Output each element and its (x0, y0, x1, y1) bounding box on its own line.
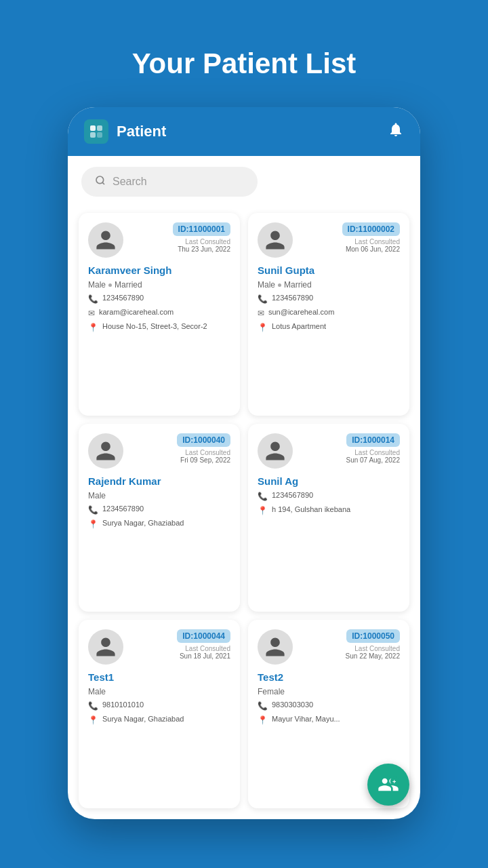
last-consulted-label-4: Last Consulted (354, 449, 400, 456)
email-row-1: ✉ karam@icareheal.com (88, 308, 230, 318)
patient-card-5[interactable]: ID:1000044 Last Consulted Sun 18 Jul, 20… (79, 620, 240, 808)
last-consulted-label-6: Last Consulted (354, 645, 400, 652)
consult-date-3: Fri 09 Sep, 2022 (180, 456, 230, 464)
person-icon-4 (264, 439, 287, 462)
location-icon-6: 📍 (258, 715, 268, 725)
consult-date-5: Sun 18 Jul, 2021 (180, 652, 230, 660)
header-title: Patient (117, 123, 166, 140)
location-icon-2: 📍 (258, 323, 268, 332)
avatar-4 (258, 433, 293, 469)
consult-date-1: Thu 23 Jun, 2022 (178, 245, 230, 253)
patient-meta-1: Male Married (88, 280, 230, 290)
address-row-6: 📍 Mayur Vihar, Mayu... (258, 715, 400, 725)
person-icon-6 (264, 635, 287, 658)
patient-name-3: Rajendr Kumar (88, 475, 230, 487)
phone-icon-5: 📞 (88, 701, 98, 711)
patient-id-badge-3: ID:1000040 (177, 433, 230, 447)
avatar-2 (258, 222, 293, 258)
avatar-1 (88, 222, 123, 258)
location-icon-3: 📍 (88, 519, 98, 529)
patients-grid: ID:11000001 Last Consulted Thu 23 Jun, 2… (68, 208, 420, 819)
notification-icon[interactable] (388, 121, 404, 142)
svg-rect-2 (90, 132, 96, 138)
patient-name-6: Test2 (258, 671, 400, 683)
patient-card-2[interactable]: ID:11000002 Last Consulted Mon 06 Jun, 2… (248, 213, 409, 416)
location-icon-1: 📍 (88, 323, 98, 332)
svg-rect-3 (97, 132, 102, 138)
patient-id-badge-1: ID:11000001 (173, 222, 230, 236)
location-icon-4: 📍 (258, 506, 268, 515)
address-row-1: 📍 House No-15, Street-3, Secor-2 (88, 322, 230, 332)
last-consulted-label-5: Last Consulted (185, 645, 230, 652)
search-box[interactable]: Search (81, 167, 258, 197)
phone-row-6: 📞 9830303030 (258, 701, 400, 711)
avatar-3 (88, 433, 123, 469)
patient-id-badge-6: ID:1000050 (346, 629, 400, 643)
email-row-2: ✉ sun@icareheal.com (258, 308, 400, 318)
phone-icon-2: 📞 (258, 294, 268, 304)
patient-card-1[interactable]: ID:11000001 Last Consulted Thu 23 Jun, 2… (79, 213, 240, 416)
last-consulted-label-3: Last Consulted (185, 449, 230, 456)
avatar-6 (258, 629, 293, 665)
last-consulted-label-2: Last Consulted (354, 238, 400, 245)
patient-meta-5: Male (88, 687, 230, 696)
svg-point-4 (96, 176, 104, 184)
search-container: Search (68, 156, 420, 208)
address-row-5: 📍 Surya Nagar, Ghaziabad (88, 715, 230, 725)
app-header: Patient (68, 107, 420, 156)
phone-icon-4: 📞 (258, 492, 268, 501)
phone-row-2: 📞 1234567890 (258, 294, 400, 304)
phone-row-5: 📞 9810101010 (88, 701, 230, 711)
patient-name-5: Test1 (88, 671, 230, 683)
person-icon-2 (264, 229, 287, 252)
address-row-2: 📍 Lotus Apartment (258, 322, 400, 332)
phone-row-3: 📞 1234567890 (88, 505, 230, 515)
email-icon-1: ✉ (88, 309, 95, 318)
patient-name-4: Sunil Ag (258, 475, 400, 487)
patient-card-3[interactable]: ID:1000040 Last Consulted Fri 09 Sep, 20… (79, 424, 240, 612)
consult-date-4: Sun 07 Aug, 2022 (346, 456, 400, 464)
patient-card-4[interactable]: ID:1000014 Last Consulted Sun 07 Aug, 20… (248, 424, 409, 612)
patient-id-badge-5: ID:1000044 (177, 629, 230, 643)
patient-name-2: Sunil Gupta (258, 264, 400, 276)
svg-rect-0 (90, 125, 96, 131)
person-icon-1 (94, 229, 117, 252)
phone-row-4: 📞 1234567890 (258, 491, 400, 501)
page-title: Your Patient List (132, 47, 357, 80)
phone-icon-3: 📞 (88, 505, 98, 515)
patient-name-1: Karamveer Singh (88, 264, 230, 276)
person-icon-5 (94, 635, 117, 658)
phone-icon-1: 📞 (88, 294, 98, 304)
search-icon (95, 175, 106, 189)
patient-meta-6: Female (258, 687, 400, 696)
fab-button[interactable]: + (367, 764, 409, 806)
location-icon-5: 📍 (88, 715, 98, 725)
phone-row-1: 📞 1234567890 (88, 294, 230, 304)
phone-frame: Patient Search (68, 107, 420, 819)
address-row-4: 📍 h 194, Gulshan ikebana (258, 505, 400, 515)
person-icon-3 (94, 439, 117, 462)
consult-date-6: Sun 22 May, 2022 (346, 652, 400, 660)
phone-icon-6: 📞 (258, 701, 268, 711)
patient-meta-2: Male Married (258, 280, 400, 290)
svg-text:+: + (392, 778, 396, 785)
patient-id-badge-4: ID:1000014 (346, 433, 400, 447)
consult-date-2: Mon 06 Jun, 2022 (346, 245, 400, 253)
svg-rect-1 (97, 125, 102, 131)
avatar-5 (88, 629, 123, 665)
search-placeholder-text: Search (113, 176, 147, 188)
email-icon-2: ✉ (258, 309, 264, 318)
last-consulted-label-1: Last Consulted (185, 238, 230, 245)
address-row-3: 📍 Surya Nagar, Ghaziabad (88, 519, 230, 529)
patient-meta-3: Male (88, 491, 230, 500)
app-logo (84, 119, 108, 144)
patient-id-badge-2: ID:11000002 (342, 222, 400, 236)
